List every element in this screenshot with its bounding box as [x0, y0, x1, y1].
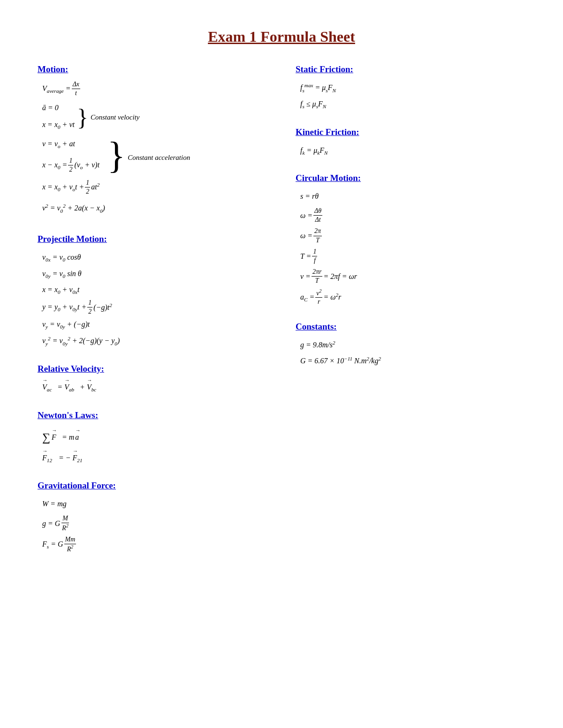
formula-relative-v: → Vac = → Vab + → Vbc	[42, 380, 267, 395]
relative-title: Relative Velocity:	[38, 364, 267, 374]
formula-g-const: g = 9.8m/s2	[300, 338, 525, 353]
formula-ac: aC = v2r = ω2r	[300, 288, 525, 307]
constants-formulas: g = 9.8m/s2 G = 6.67 × 10−11 N.m2/kg2	[300, 338, 525, 369]
formula-fs-max: fsmax = μsFN	[300, 80, 525, 96]
right-column: Static Friction: fsmax = μsFN fs ≤ μsFN …	[296, 64, 525, 383]
formula-fk: fk = μkFN	[300, 143, 525, 158]
formula-v0y: v0y = v0 sin θ	[42, 266, 267, 282]
formula-y-proj: y = y0 + v0yt + 12 (−g)t2	[42, 299, 267, 316]
formula-v-circular: v = 2πrT = 2πf = ωr	[300, 268, 525, 285]
projectile-title: Projectile Motion:	[38, 234, 267, 244]
formula-f12: → F12 = − → F21	[42, 450, 267, 466]
formula-x-x0: x − x0 = 12 (vo + v)t	[42, 157, 105, 174]
formula-a-zero: ā = 0	[42, 100, 75, 115]
newtons-formulas: ∑ → F = m → a → F12 =	[42, 426, 267, 466]
gravitational-formulas: W = mg g = G MR2 Fs = G MmR2	[42, 496, 267, 554]
formula-omega-delta: ω = ΔθΔt	[300, 207, 525, 224]
section-constants: Constants: g = 9.8m/s2 G = 6.67 × 10−11 …	[296, 322, 525, 370]
motion-title: Motion:	[38, 64, 267, 75]
formula-T: T = 1f	[300, 248, 525, 265]
newtons-title: Newton's Laws:	[38, 410, 267, 420]
formula-fs-leq: fs ≤ μsFN	[300, 97, 525, 112]
section-gravitational: Gravitational Force: W = mg g = G MR2 Fs…	[38, 480, 267, 555]
formula-v-avg: Vaverage = Δxt	[42, 80, 267, 98]
section-relative: Relative Velocity: → Vac = → Vab + →	[38, 364, 267, 396]
projectile-formulas: v0x = v0 cosθ v0y = v0 sin θ x = x0 + v0…	[42, 250, 267, 349]
circular-title: Circular Motion:	[296, 173, 525, 183]
formula-W: W = mg	[42, 496, 267, 511]
formula-s-rtheta: s = rθ	[300, 189, 525, 204]
formula-v0x: v0x = v0 cosθ	[42, 250, 267, 265]
circular-formulas: s = rθ ω = ΔθΔt ω = 2πT T = 1f v = 2πrT	[300, 189, 525, 307]
formula-v-at: v = vo + at	[42, 136, 105, 152]
kinetic-title: Kinetic Friction:	[296, 127, 525, 137]
section-circular: Circular Motion: s = rθ ω = ΔθΔt ω = 2πT…	[296, 173, 525, 308]
static-title: Static Friction:	[296, 64, 525, 75]
content-grid: Motion: Vaverage = Δxt ā = 0 x = x0 + vt	[38, 64, 525, 569]
formula-vy: vy = v0y + (−g)t	[42, 317, 267, 332]
formula-Fs-grav: Fs = G MmR2	[42, 535, 267, 554]
formula-x-const-v: x = x0 + vt	[42, 117, 75, 133]
formula-x-full: x = x0 + vot + 12 at2	[42, 179, 105, 196]
motion-formulas: Vaverage = Δxt ā = 0 x = x0 + vt } Cons	[42, 80, 267, 217]
formula-g-grav: g = G MR2	[42, 514, 267, 533]
constants-title: Constants:	[296, 322, 525, 332]
kinetic-formulas: fk = μkFN	[300, 143, 525, 158]
left-column: Motion: Vaverage = Δxt ā = 0 x = x0 + vt	[38, 64, 267, 569]
formula-omega-2pi: ω = 2πT	[300, 227, 525, 244]
static-formulas: fsmax = μsFN fs ≤ μsFN	[300, 80, 525, 112]
gravitational-title: Gravitational Force:	[38, 480, 267, 491]
formula-x-proj: x = x0 + v0xt	[42, 282, 267, 298]
formula-G-const: G = 6.67 × 10−11 N.m2/kg2	[300, 353, 525, 368]
section-newtons: Newton's Laws: ∑ → F = m → a →	[38, 410, 267, 467]
formula-vy-sq: vy2 = v0y2 + 2(−g)(y − y0)	[42, 333, 267, 349]
section-kinetic: Kinetic Friction: fk = μkFN	[296, 127, 525, 159]
formula-v-sq: v2 = v02 + 2a(x − x0)	[42, 201, 105, 216]
page-title: Exam 1 Formula Sheet	[38, 28, 525, 45]
section-static: Static Friction: fsmax = μsFN fs ≤ μsFN	[296, 64, 525, 113]
section-motion: Motion: Vaverage = Δxt ā = 0 x = x0 + vt	[38, 64, 267, 220]
relative-formulas: → Vac = → Vab + → Vbc	[42, 380, 267, 395]
section-projectile: Projectile Motion: v0x = v0 cosθ v0y = v…	[38, 234, 267, 350]
formula-sum-f: ∑ → F = m → a	[42, 426, 267, 449]
